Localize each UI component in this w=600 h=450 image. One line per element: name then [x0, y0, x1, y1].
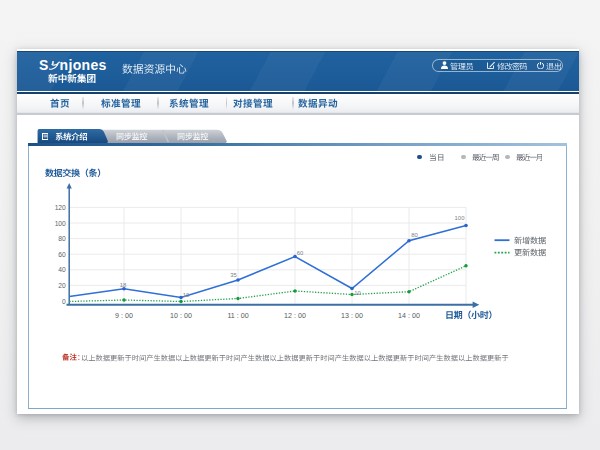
svg-text:40: 40: [58, 266, 66, 273]
svg-text:100: 100: [455, 215, 466, 221]
svg-text:14 : 00: 14 : 00: [398, 312, 420, 320]
svg-text:10 : 00: 10 : 00: [170, 312, 192, 320]
svg-text:35: 35: [230, 272, 237, 278]
svg-text:11 : 00: 11 : 00: [227, 312, 248, 320]
svg-text:9 : 00: 9 : 00: [115, 312, 133, 320]
svg-text:100: 100: [55, 220, 66, 227]
svg-text:20: 20: [58, 282, 66, 289]
svg-text:13 : 00: 13 : 00: [341, 312, 363, 320]
svg-text:10: 10: [354, 290, 361, 296]
svg-text:120: 120: [55, 204, 66, 211]
svg-text:60: 60: [297, 250, 304, 256]
svg-text:80: 80: [58, 235, 66, 242]
svg-text:80: 80: [411, 232, 418, 238]
svg-text:10: 10: [183, 292, 190, 298]
svg-text:0: 0: [62, 298, 66, 305]
svg-text:18: 18: [120, 282, 127, 288]
svg-text:60: 60: [58, 251, 66, 258]
svg-text:12 : 00: 12 : 00: [284, 312, 306, 320]
